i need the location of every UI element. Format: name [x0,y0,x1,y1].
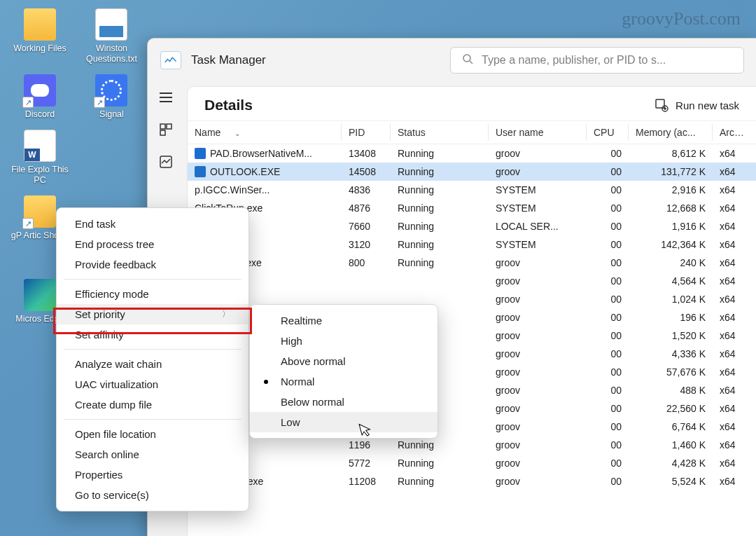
cell-arch: x64 [713,345,756,363]
menu-item-efficiency-mode[interactable]: Efficiency mode [57,284,248,304]
cell-pid: 14508 [342,163,391,181]
menu-item-label: Properties [75,469,122,481]
menu-item-analyze-wait-chain[interactable]: Analyze wait chain [57,354,248,374]
svg-rect-5 [160,124,165,129]
cell-arch: x64 [713,290,756,308]
priority-below-normal[interactable]: Below normal [250,392,438,412]
cell-cpu: 00 [587,144,629,163]
cell-arch: x64 [713,436,756,454]
priority-high[interactable]: High [250,331,438,351]
col-pid[interactable]: PID [342,121,391,144]
cell-memory: 196 K [629,308,713,327]
cell-memory: 1,024 K [629,290,713,308]
table-row[interactable]: groov004,564 Kx64 [188,272,756,290]
page-title: Details [204,97,253,114]
search-input[interactable]: Type a name, publisher, or PID to s... [450,47,744,74]
menu-item-label: Go to service(s) [75,489,149,501]
menu-item-create-dump-file[interactable]: Create dump file [57,394,248,415]
menu-item-properties[interactable]: Properties [57,465,248,485]
desktop-icon-winston-questions[interactable]: Winston Questions.txt [78,8,144,64]
cell-status [391,272,489,290]
desktop-icon-signal[interactable]: ↗ Signal [78,74,144,120]
menu-item-set-affinity[interactable]: Set affinity [57,324,248,345]
col-cpu[interactable]: CPU [587,121,629,144]
performance-icon[interactable] [158,153,174,170]
table-row[interactable]: msedge.exe11208Runninggroov005,524 Kx64 [188,472,756,490]
table-row[interactable]: p.IGCC.WinSer...4836RunningSYSTEM002,916… [188,181,756,199]
cell-memory: 6,764 K [629,418,713,436]
menu-item-open-file-location[interactable]: Open file location [57,424,248,444]
svg-rect-6 [167,124,172,129]
menu-separator [64,279,241,280]
menu-item-label: Analyze wait chain [75,358,162,370]
process-icon [195,148,206,159]
cell-cpu: 00 [587,363,629,381]
desktop-icon-discord[interactable]: ↗ Discord [7,74,73,120]
cell-memory: 12,668 K [629,199,713,217]
cell-memory: 22,560 K [629,399,713,418]
processes-icon[interactable] [158,121,174,138]
table-row[interactable]: ewebview2.exe800Runninggroov00240 Kx64 [188,254,756,272]
col-status[interactable]: Status [391,121,489,144]
icon-label: File Explo This PC [7,165,73,186]
cell-user: groov [489,163,587,181]
signal-icon: ↗ [95,74,127,106]
cell-user: groov [489,327,587,345]
titlebar: Task Manager Type a name, publisher, or … [148,39,756,82]
cell-pid: 4876 [342,199,391,217]
cell-cpu: 00 [587,217,629,235]
menu-item-end-task[interactable]: End task [57,214,248,234]
cell-arch: x64 [713,272,756,290]
search-icon [462,53,473,67]
menu-item-label: Create dump file [75,399,152,411]
menu-item-search-online[interactable]: Search online [57,444,248,465]
cell-user: groov [489,290,587,308]
cell-name: p.IGCC.WinSer... [188,181,342,199]
priority-above-normal[interactable]: Above normal [250,351,438,371]
cell-status: Running [391,181,489,199]
table-row[interactable]: ClickToRun.exe4876RunningSYSTEM0012,668 … [188,199,756,217]
table-row[interactable]: .exe7660RunningLOCAL SER...001,916 Kx64 [188,217,756,235]
menu-item-label: UAC virtualization [75,378,158,390]
menu-item-go-to-service-s-[interactable]: Go to service(s) [57,485,248,505]
table-row[interactable]: OUTLOOK.EXE14508Runninggroov00131,772 Kx… [188,163,756,181]
cell-arch: x64 [713,217,756,235]
cell-cpu: 00 [587,399,629,418]
table-header-row: Name⌄ PID Status User name CPU Memory (a… [188,121,756,144]
table-row[interactable]: PAD.BrowserNativeM...13408Runninggroov00… [188,144,756,163]
cell-user: groov [489,345,587,363]
watermark: groovyPost.com [622,8,741,29]
icon-label: Working Files [7,43,73,54]
menu-item-provide-feedback[interactable]: Provide feedback [57,254,248,275]
cell-user: SYSTEM [489,235,587,254]
window-title: Task Manager [191,53,266,67]
shortcut-arrow-icon: ↗ [22,97,34,108]
priority-low[interactable]: Low [250,412,438,432]
cell-status: Running [391,472,489,490]
cell-memory: 131,772 K [629,163,713,181]
svg-rect-7 [160,130,165,135]
process-icon [195,166,206,177]
cell-memory: 4,564 K [629,272,713,290]
menu-item-set-priority[interactable]: Set priority〉 [57,304,248,324]
col-name[interactable]: Name⌄ [188,121,342,144]
desktop-icon-file-explorer[interactable]: File Explo This PC [7,130,73,186]
cell-arch: x64 [713,235,756,254]
cell-user: SYSTEM [489,199,587,217]
menu-item-end-process-tree[interactable]: End process tree [57,234,248,254]
menu-item-label: Provide feedback [75,259,156,270]
table-row[interactable]: Eng.exe3120RunningSYSTEM00142,364 Kx64 [188,235,756,254]
run-new-task-button[interactable]: Run new task [654,98,739,112]
priority-normal[interactable]: Normal [250,371,438,392]
desktop-icon-working-files[interactable]: Working Files [7,8,73,54]
col-user[interactable]: User name [489,121,587,144]
folder-icon [24,8,56,41]
col-memory[interactable]: Memory (ac... [629,121,713,144]
shortcut-arrow-icon: ↗ [22,218,34,229]
priority-realtime[interactable]: Realtime [250,310,438,331]
cell-status: Running [391,254,489,272]
menu-item-uac-virtualization[interactable]: UAC virtualization [57,374,248,394]
hamburger-icon[interactable] [158,89,174,106]
col-arch[interactable]: Architec... [713,121,756,144]
table-row[interactable]: e.exe5772Runninggroov004,428 Kx64 [188,454,756,472]
